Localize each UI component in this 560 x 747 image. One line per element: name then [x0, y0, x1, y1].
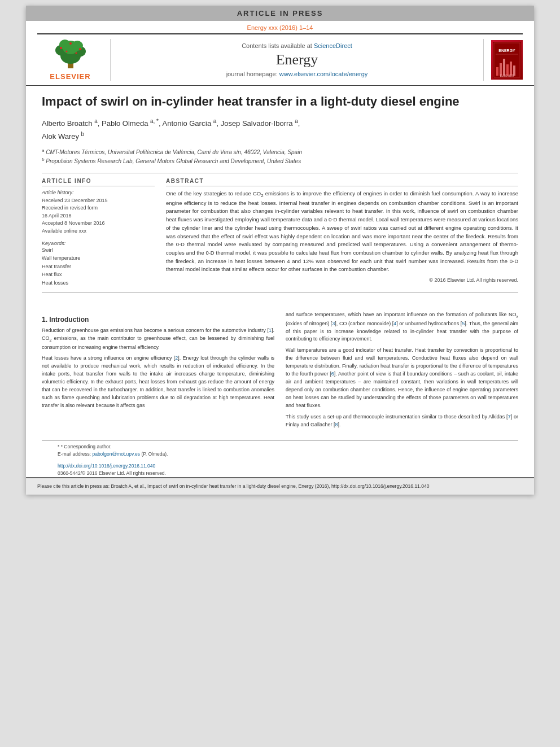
homepage-label: journal homepage:: [226, 71, 278, 77]
journal-name: Energy: [276, 51, 318, 68]
corresponding-author-note: * * Corresponding author.: [58, 443, 502, 451]
energy-logo-icon: ENERGY ELSEVIER: [493, 42, 521, 78]
elsevier-tree-icon: [45, 39, 96, 70]
online-date: Available online xxx: [42, 228, 155, 235]
received-date: Received 23 December 2015: [42, 197, 155, 205]
journal-header-center: Contents lists available at ScienceDirec…: [117, 39, 476, 81]
email-label: E-mail address:: [58, 451, 91, 457]
sciencedirect-line: Contents lists available at ScienceDirec…: [242, 42, 352, 49]
body-para-right-2: Wall temperatures are a good indicator o…: [286, 347, 518, 410]
keyword-swirl: Swirl: [42, 246, 155, 254]
keyword-heat-flux: Heat flux: [42, 270, 155, 278]
abstract-label: ABSTRACT: [166, 178, 518, 186]
article-page: ARTICLE IN PRESS Energy xxx (2016) 1–14: [26, 6, 534, 495]
issn-line: 0360-5442/© 2016 Elsevier Ltd. All right…: [58, 470, 502, 477]
body-right-col: and surface temperatures, which have an …: [286, 311, 518, 433]
aip-banner: ARTICLE IN PRESS: [26, 6, 534, 21]
journal-header: ELSEVIER Contents lists available at Sci…: [26, 34, 534, 86]
sciencedirect-link[interactable]: ScienceDirect: [314, 42, 352, 49]
svg-point-10: [65, 51, 67, 53]
article-info-column: ARTICLE INFO Article history: Received 2…: [42, 178, 155, 287]
section1-number: 1.: [42, 316, 49, 324]
keyword-heat-losses: Heat losses: [42, 279, 155, 287]
keyword-heat-transfer: Heat transfer: [42, 263, 155, 270]
copyright-line: © 2016 Elsevier Ltd. All rights reserved…: [166, 277, 518, 283]
elsevier-logo: ELSEVIER: [37, 39, 111, 81]
body-left-col: 1. Introduction Reduction of greenhouse …: [42, 311, 274, 433]
body-two-columns: 1. Introduction Reduction of greenhouse …: [42, 311, 518, 433]
svg-text:ELSEVIER: ELSEVIER: [500, 74, 514, 77]
elsevier-brand-text: ELSEVIER: [50, 72, 90, 81]
article-divider-2: [42, 292, 518, 293]
article-info-label: ARTICLE INFO: [42, 178, 155, 186]
svg-text:ENERGY: ENERGY: [498, 49, 515, 53]
citation-text: Please cite this article in press as: Br…: [37, 483, 429, 489]
article-history-block: Article history: Received 23 December 20…: [42, 190, 155, 235]
doi-line: http://dx.doi.org/10.1016/j.energy.2016.…: [58, 460, 502, 470]
article-divider-1: [42, 173, 518, 173]
energy-journal-logo: ENERGY ELSEVIER: [483, 39, 523, 81]
revised-label: Received in revised form: [42, 204, 155, 212]
body-para-1: Reduction of greenhouse gas emissions ha…: [42, 327, 274, 352]
svg-point-11: [75, 53, 77, 54]
email-note: E-mail address: pabolgon@mot.upv.es (P. …: [58, 451, 502, 458]
journal-ref-text: Energy xxx (2016) 1–14: [247, 24, 313, 31]
homepage-line: journal homepage: www.elsevier.com/locat…: [226, 71, 368, 77]
section1-title: Introduction: [49, 316, 89, 324]
email-person: (P. Olmeda).: [141, 451, 168, 457]
article-title: Impact of swirl on in-cylinder heat tran…: [42, 94, 518, 110]
journal-ref: Energy xxx (2016) 1–14: [26, 21, 534, 33]
authors-line: Alberto Broatch a, Pablo Olmeda a, *, An…: [42, 117, 518, 143]
citation-bar: Please cite this article in press as: Br…: [26, 477, 534, 495]
svg-point-7: [60, 47, 62, 49]
body-para-2: Heat losses have a strong influence on e…: [42, 355, 274, 410]
homepage-link[interactable]: www.elsevier.com/locate/energy: [279, 71, 368, 77]
aip-text: ARTICLE IN PRESS: [237, 9, 323, 18]
section1-heading: 1. Introduction: [42, 316, 274, 324]
email-link[interactable]: pabolgon@mot.upv.es: [92, 451, 140, 457]
keywords-block: Keywords: Swirl Wall temperature Heat tr…: [42, 241, 155, 287]
body-para-right-1: and surface temperatures, which have an …: [286, 311, 518, 343]
abstract-text: One of the key strategies to reduce CO2 …: [166, 190, 518, 274]
sciencedirect-label: Contents lists available at: [242, 42, 312, 49]
abstract-column: ABSTRACT One of the key strategies to re…: [166, 178, 518, 287]
main-content: Impact of swirl on in-cylinder heat tran…: [26, 86, 534, 305]
svg-rect-18: [503, 59, 505, 76]
body-para-right-3: This study uses a set-up and thermocoupl…: [286, 413, 518, 429]
info-abstract-section: ARTICLE INFO Article history: Received 2…: [42, 178, 518, 287]
affiliations: a CMT-Motores Térmicos, Universitat Poli…: [42, 147, 518, 166]
article-history-heading: Article history:: [42, 190, 155, 195]
energy-logo-box: ENERGY ELSEVIER: [491, 40, 523, 80]
keyword-wall-temp: Wall temperature: [42, 254, 155, 262]
svg-point-6: [72, 41, 83, 51]
svg-point-9: [69, 42, 72, 45]
svg-rect-16: [496, 67, 498, 76]
accepted-date: Accepted 8 November 2016: [42, 220, 155, 228]
svg-point-8: [79, 48, 81, 50]
doi-link[interactable]: http://dx.doi.org/10.1016/j.energy.2016.…: [58, 463, 155, 469]
revised-date: 16 April 2016: [42, 212, 155, 220]
body-area: 1. Introduction Reduction of greenhouse …: [26, 305, 534, 438]
footnote-area: * * Corresponding author. E-mail address…: [42, 440, 518, 477]
keywords-label: Keywords:: [42, 241, 155, 246]
